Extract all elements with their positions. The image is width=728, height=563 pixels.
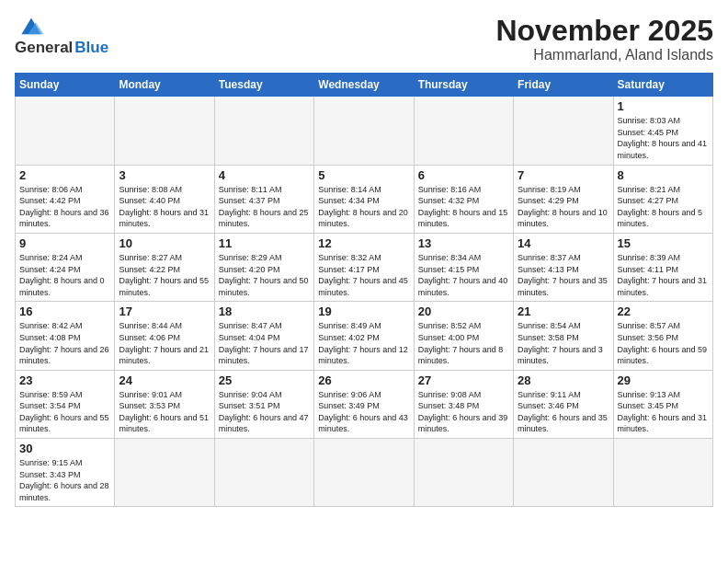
empty-cell: [414, 97, 513, 165]
day-15: 15 Sunrise: 8:39 AM Sunset: 4:11 PM Dayl…: [613, 233, 712, 301]
week-row-5: 23 Sunrise: 8:59 AM Sunset: 3:54 PM Dayl…: [16, 370, 713, 438]
header-wednesday: Wednesday: [314, 74, 414, 97]
day-23: 23 Sunrise: 8:59 AM Sunset: 3:54 PM Dayl…: [16, 370, 115, 438]
logo-blue: Blue: [74, 39, 108, 57]
day-26: 26 Sunrise: 9:06 AM Sunset: 3:49 PM Dayl…: [314, 370, 414, 438]
empty-cell: [613, 439, 712, 507]
day-18: 18 Sunrise: 8:47 AM Sunset: 4:04 PM Dayl…: [214, 302, 313, 370]
header-saturday: Saturday: [613, 74, 712, 97]
day-20: 20 Sunrise: 8:52 AM Sunset: 4:00 PM Dayl…: [414, 302, 513, 370]
logo: General Blue: [15, 15, 108, 57]
empty-cell: [115, 97, 214, 165]
day-9: 9 Sunrise: 8:24 AM Sunset: 4:24 PM Dayli…: [16, 233, 115, 301]
week-row-3: 9 Sunrise: 8:24 AM Sunset: 4:24 PM Dayli…: [16, 233, 713, 301]
day-7: 7 Sunrise: 8:19 AM Sunset: 4:29 PM Dayli…: [514, 165, 613, 233]
empty-cell: [214, 439, 313, 507]
day-14: 14 Sunrise: 8:37 AM Sunset: 4:13 PM Dayl…: [514, 233, 613, 301]
header-thursday: Thursday: [414, 74, 513, 97]
day-2: 2 Sunrise: 8:06 AM Sunset: 4:42 PM Dayli…: [16, 165, 115, 233]
day-10: 10 Sunrise: 8:27 AM Sunset: 4:22 PM Dayl…: [115, 233, 214, 301]
empty-cell: [314, 97, 414, 165]
weekday-header-row: Sunday Monday Tuesday Wednesday Thursday…: [16, 74, 713, 97]
day-29: 29 Sunrise: 9:13 AM Sunset: 3:45 PM Dayl…: [613, 370, 712, 438]
header-sunday: Sunday: [16, 74, 115, 97]
day-12: 12 Sunrise: 8:32 AM Sunset: 4:17 PM Dayl…: [314, 233, 414, 301]
empty-cell: [115, 439, 214, 507]
logo-icon: [15, 15, 48, 37]
week-row-6: 30 Sunrise: 9:15 AM Sunset: 3:43 PM Dayl…: [16, 439, 713, 507]
calendar-table: Sunday Monday Tuesday Wednesday Thursday…: [15, 73, 713, 507]
day-21: 21 Sunrise: 8:54 AM Sunset: 3:58 PM Dayl…: [514, 302, 613, 370]
empty-cell: [514, 97, 613, 165]
day-27: 27 Sunrise: 9:08 AM Sunset: 3:48 PM Dayl…: [414, 370, 513, 438]
header-monday: Monday: [115, 74, 214, 97]
empty-cell: [514, 439, 613, 507]
day-4: 4 Sunrise: 8:11 AM Sunset: 4:37 PM Dayli…: [214, 165, 313, 233]
day-16: 16 Sunrise: 8:42 AM Sunset: 4:08 PM Dayl…: [16, 302, 115, 370]
header-friday: Friday: [514, 74, 613, 97]
day-19: 19 Sunrise: 8:49 AM Sunset: 4:02 PM Dayl…: [314, 302, 414, 370]
empty-cell: [214, 97, 313, 165]
day-6: 6 Sunrise: 8:16 AM Sunset: 4:32 PM Dayli…: [414, 165, 513, 233]
day-13: 13 Sunrise: 8:34 AM Sunset: 4:15 PM Dayl…: [414, 233, 513, 301]
header-tuesday: Tuesday: [214, 74, 313, 97]
location-title: Hammarland, Aland Islands: [495, 47, 713, 63]
empty-cell: [314, 439, 414, 507]
week-row-4: 16 Sunrise: 8:42 AM Sunset: 4:08 PM Dayl…: [16, 302, 713, 370]
day-11: 11 Sunrise: 8:29 AM Sunset: 4:20 PM Dayl…: [214, 233, 313, 301]
title-block: November 2025 Hammarland, Aland Islands: [495, 15, 713, 63]
day-3: 3 Sunrise: 8:08 AM Sunset: 4:40 PM Dayli…: [115, 165, 214, 233]
empty-cell: [16, 97, 115, 165]
day-17: 17 Sunrise: 8:44 AM Sunset: 4:06 PM Dayl…: [115, 302, 214, 370]
page-header: General Blue November 2025 Hammarland, A…: [15, 15, 713, 63]
day-24: 24 Sunrise: 9:01 AM Sunset: 3:53 PM Dayl…: [115, 370, 214, 438]
week-row-1: 1 Sunrise: 8:03 AM Sunset: 4:45 PM Dayli…: [16, 97, 713, 165]
day-5: 5 Sunrise: 8:14 AM Sunset: 4:34 PM Dayli…: [314, 165, 414, 233]
month-title: November 2025: [495, 15, 713, 47]
logo-general: General: [15, 39, 73, 57]
day-1: 1 Sunrise: 8:03 AM Sunset: 4:45 PM Dayli…: [613, 97, 712, 165]
week-row-2: 2 Sunrise: 8:06 AM Sunset: 4:42 PM Dayli…: [16, 165, 713, 233]
day-25: 25 Sunrise: 9:04 AM Sunset: 3:51 PM Dayl…: [214, 370, 313, 438]
empty-cell: [414, 439, 513, 507]
day-8: 8 Sunrise: 8:21 AM Sunset: 4:27 PM Dayli…: [613, 165, 712, 233]
day-30: 30 Sunrise: 9:15 AM Sunset: 3:43 PM Dayl…: [16, 439, 115, 507]
day-28: 28 Sunrise: 9:11 AM Sunset: 3:46 PM Dayl…: [514, 370, 613, 438]
day-22: 22 Sunrise: 8:57 AM Sunset: 3:56 PM Dayl…: [613, 302, 712, 370]
